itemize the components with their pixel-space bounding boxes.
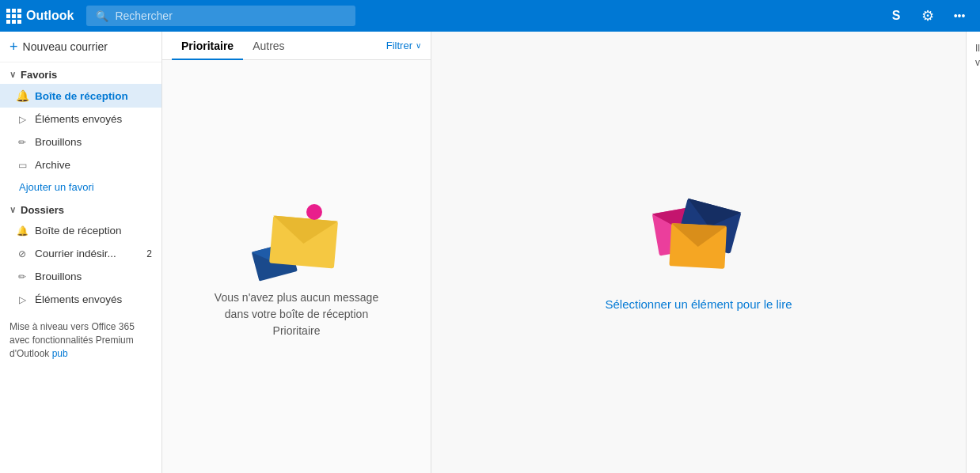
gear-icon: ⚙ [921, 7, 934, 25]
sidebar-item-label: Brouillons [35, 271, 82, 282]
sidebar-item-label: Éléments envoyés [35, 113, 122, 125]
sidebar-item-sent-fav[interactable]: ▷ Éléments envoyés [0, 108, 161, 131]
select-message-area: Sélectionner un élément pour le lire [606, 195, 792, 311]
drafts-icon: ✏ [16, 137, 28, 148]
sent-folder-icon: ▷ [16, 294, 28, 305]
app-logo: Outlook [6, 9, 74, 24]
envelope-illustration [249, 195, 344, 274]
empty-inbox-message: Vous n'avez plus aucun message dans votr… [210, 289, 384, 339]
sidebar-item-archive-fav[interactable]: ▭ Archive [0, 153, 161, 176]
sidebar-item-inbox-folder[interactable]: 🔔 Boîte de réception [0, 219, 161, 242]
search-bar[interactable]: 🔍 [86, 6, 355, 26]
favorites-section-header[interactable]: ∨ Favoris [0, 62, 161, 84]
settings-button[interactable]: ⚙ [914, 2, 942, 30]
empty-inbox: Vous n'avez plus aucun message dans votr… [162, 60, 431, 473]
upgrade-link[interactable]: pub [52, 348, 68, 359]
skype-icon: S [892, 9, 901, 23]
new-mail-label: Nouveau courrier [23, 40, 108, 53]
topbar-icons: S ⚙ ••• [882, 2, 974, 30]
upgrade-box: Mise à niveau vers Office 365 avec fonct… [0, 314, 161, 366]
sent-icon: ▷ [16, 114, 28, 125]
junk-icon: ⊘ [16, 248, 28, 259]
folders-section-header[interactable]: ∨ Dossiers [0, 198, 161, 219]
junk-badge: 2 [146, 248, 152, 259]
chevron-down-icon: ∨ [416, 41, 421, 50]
tabs-row: Prioritaire Autres Filtrer ∨ [162, 32, 431, 60]
main-layout: + Nouveau courrier ∨ Favoris 🔔 Boîte de … [0, 32, 980, 473]
folders-label: Dossiers [21, 204, 64, 216]
sidebar-item-label: Courrier indésir... [35, 248, 116, 259]
topbar: Outlook 🔍 S ⚙ ••• [0, 0, 980, 32]
waffle-icon[interactable] [6, 9, 21, 24]
email-list-panel: Prioritaire Autres Filtrer ∨ [162, 32, 431, 473]
drafts-folder-icon: ✏ [16, 271, 28, 282]
sidebar: + Nouveau courrier ∨ Favoris 🔔 Boîte de … [0, 32, 162, 473]
sidebar-item-drafts-fav[interactable]: ✏ Brouillons [0, 131, 161, 153]
tab-others[interactable]: Autres [243, 32, 294, 60]
more-button[interactable]: ••• [945, 2, 974, 30]
reading-pane: Sélectionner un élément pour le lire [431, 32, 966, 473]
tab-priority[interactable]: Prioritaire [172, 32, 243, 60]
search-icon: 🔍 [96, 10, 108, 22]
archive-icon: ▭ [16, 160, 28, 171]
content-area: Prioritaire Autres Filtrer ∨ [162, 32, 980, 473]
sidebar-item-label: Éléments envoyés [35, 293, 122, 305]
svg-point-8 [306, 204, 322, 220]
app-name: Outlook [26, 9, 74, 23]
plus-icon: + [9, 40, 18, 54]
inbox-folder-icon: 🔔 [16, 225, 28, 236]
sidebar-item-inbox-fav[interactable]: 🔔 Boîte de réception [0, 84, 161, 108]
right-panel: Il se utilise de p opt dans récept vous … [966, 32, 980, 473]
sidebar-item-sent-folder[interactable]: ▷ Éléments envoyés [0, 288, 161, 311]
sidebar-item-label: Boîte de réception [35, 225, 122, 236]
sidebar-item-label: Brouillons [35, 136, 82, 148]
sidebar-item-label: Boîte de réception [35, 90, 128, 102]
add-favorite-link[interactable]: Ajouter un favori [0, 176, 161, 198]
sidebar-item-drafts-folder[interactable]: ✏ Brouillons [0, 265, 161, 288]
ellipsis-icon: ••• [954, 9, 966, 22]
filter-button[interactable]: Filtrer ∨ [386, 33, 421, 58]
select-message-text: Sélectionner un élément pour le lire [606, 297, 792, 311]
inbox-icon: 🔔 [16, 89, 28, 102]
new-mail-button[interactable]: + Nouveau courrier [0, 32, 161, 62]
skype-button[interactable]: S [882, 2, 910, 30]
sidebar-item-junk-folder[interactable]: ⊘ Courrier indésir... 2 [0, 242, 161, 265]
favorites-label: Favoris [21, 69, 57, 81]
right-panel-content: Il se utilise de p opt dans récept vous … [966, 32, 980, 79]
chevron-down-icon: ∨ [9, 205, 16, 215]
search-input[interactable] [115, 9, 346, 22]
chevron-down-icon: ∨ [9, 70, 16, 80]
sidebar-item-label: Archive [35, 159, 70, 171]
